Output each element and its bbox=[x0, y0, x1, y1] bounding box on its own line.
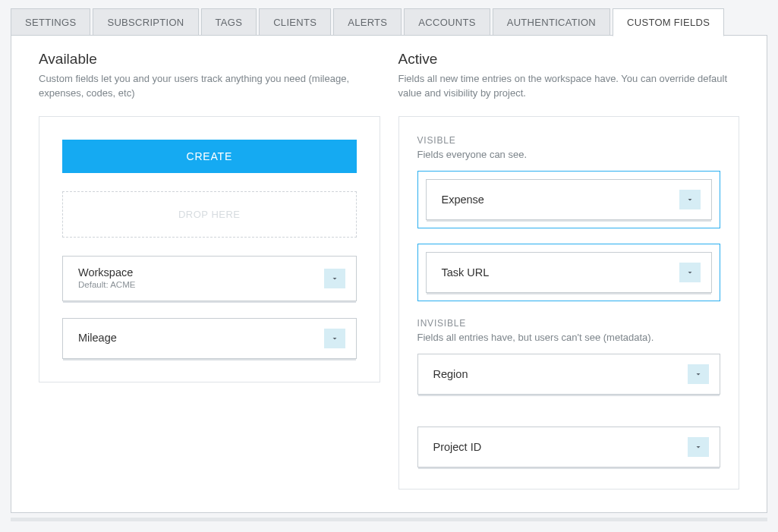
field-label-block: Mileage bbox=[78, 332, 117, 345]
field-name: Project ID bbox=[433, 441, 482, 453]
footer-strip bbox=[11, 518, 767, 521]
expand-button[interactable] bbox=[324, 269, 345, 288]
available-column: Available Custom fields let you and your… bbox=[39, 51, 380, 490]
drop-zone[interactable]: DROP HERE bbox=[62, 191, 357, 238]
expand-button[interactable] bbox=[679, 190, 701, 209]
visible-section: VISIBLE Fields everyone can see. Expense bbox=[417, 135, 721, 301]
tab-custom-fields[interactable]: CUSTOM FIELDS bbox=[613, 8, 724, 36]
active-desc: Fields all new time entries on the works… bbox=[398, 72, 740, 102]
tab-row: SETTINGS SUBSCRIPTION TAGS CLIENTS ALERT… bbox=[11, 8, 767, 36]
tab-subscription[interactable]: SUBSCRIPTION bbox=[93, 8, 198, 36]
chevron-down-icon bbox=[330, 274, 339, 283]
invisible-desc: Fields all entries have, but users can't… bbox=[417, 332, 721, 343]
visible-field-task-url[interactable]: Task URL bbox=[426, 252, 713, 293]
visible-label: VISIBLE bbox=[417, 135, 721, 146]
field-sub: Default: ACME bbox=[78, 280, 135, 291]
tab-clients[interactable]: CLIENTS bbox=[259, 8, 331, 36]
tab-authentication[interactable]: AUTHENTICATION bbox=[493, 8, 610, 36]
visible-field-wrap: Expense bbox=[417, 171, 721, 228]
main-panel: Available Custom fields let you and your… bbox=[11, 35, 767, 513]
create-button[interactable]: CREATE bbox=[62, 140, 357, 173]
visible-field-expense[interactable]: Expense bbox=[426, 179, 713, 220]
chevron-down-icon bbox=[694, 442, 703, 452]
invisible-field-region[interactable]: Region bbox=[417, 354, 721, 395]
invisible-section: INVISIBLE Fields all entries have, but u… bbox=[417, 318, 721, 467]
active-title: Active bbox=[398, 51, 740, 68]
available-box: CREATE DROP HERE Workspace Default: ACME… bbox=[39, 116, 380, 382]
tab-settings[interactable]: SETTINGS bbox=[11, 8, 90, 36]
expand-button[interactable] bbox=[679, 263, 701, 282]
expand-button[interactable] bbox=[324, 329, 345, 348]
available-field-mileage[interactable]: Mileage bbox=[62, 318, 357, 359]
field-name: Expense bbox=[442, 194, 484, 206]
tab-alerts[interactable]: ALERTS bbox=[333, 8, 402, 36]
tab-accounts[interactable]: ACCOUNTS bbox=[404, 8, 490, 36]
available-desc: Custom fields let you and your users tra… bbox=[39, 72, 380, 102]
invisible-label: INVISIBLE bbox=[417, 318, 721, 329]
field-name: Region bbox=[433, 368, 468, 380]
field-name: Mileage bbox=[78, 332, 117, 345]
active-box: VISIBLE Fields everyone can see. Expense bbox=[398, 116, 740, 490]
available-field-workspace[interactable]: Workspace Default: ACME bbox=[62, 256, 357, 301]
field-name: Task URL bbox=[442, 266, 490, 279]
field-label-block: Workspace Default: ACME bbox=[78, 266, 135, 291]
available-title: Available bbox=[39, 51, 380, 68]
chevron-down-icon bbox=[685, 268, 695, 277]
visible-field-wrap: Task URL bbox=[417, 244, 721, 301]
expand-button[interactable] bbox=[688, 437, 709, 457]
chevron-down-icon bbox=[685, 195, 695, 204]
visible-fields-stack: Expense Task URL bbox=[417, 171, 721, 301]
field-name: Workspace bbox=[78, 266, 135, 279]
visible-desc: Fields everyone can see. bbox=[417, 149, 721, 160]
invisible-fields-stack: Region Project ID bbox=[417, 354, 721, 467]
invisible-field-project-id[interactable]: Project ID bbox=[417, 427, 721, 467]
active-column: Active Fields all new time entries on th… bbox=[398, 51, 740, 490]
tab-tags[interactable]: TAGS bbox=[201, 8, 257, 36]
expand-button[interactable] bbox=[688, 364, 709, 384]
chevron-down-icon bbox=[694, 370, 703, 379]
chevron-down-icon bbox=[330, 334, 339, 343]
